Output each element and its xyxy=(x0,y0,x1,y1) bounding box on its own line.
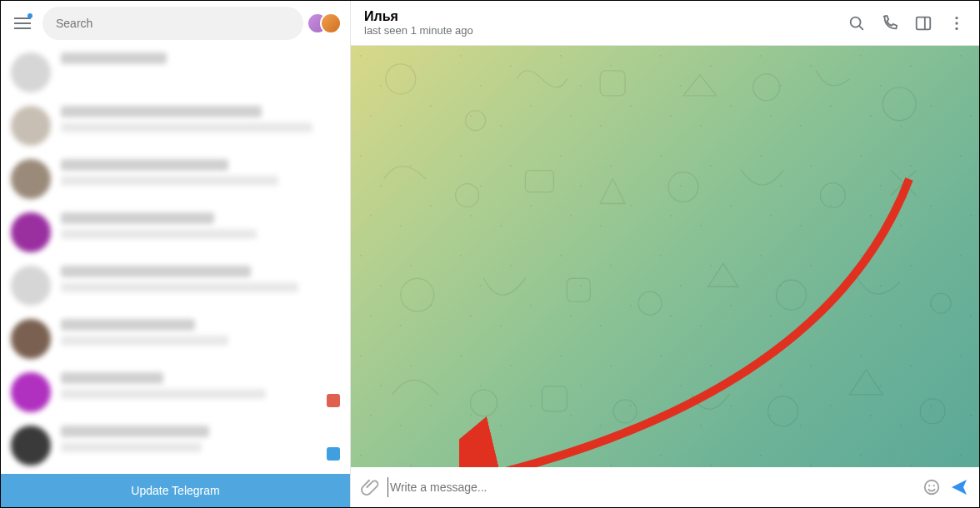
update-telegram-button[interactable]: Update Telegram xyxy=(1,474,350,507)
chat-list-item[interactable] xyxy=(1,46,350,99)
chat-info xyxy=(61,159,340,186)
chat-title xyxy=(61,372,163,384)
menu-notification-dot xyxy=(28,13,32,18)
chat-preview xyxy=(61,122,312,132)
svg-point-8 xyxy=(753,74,780,101)
chat-list-item[interactable] xyxy=(1,366,350,419)
svg-point-16 xyxy=(638,291,662,315)
svg-point-6 xyxy=(466,111,486,131)
svg-point-21 xyxy=(613,400,637,423)
chat-avatar xyxy=(11,52,51,92)
sidebar-toggle-icon[interactable] xyxy=(914,14,932,32)
svg-point-14 xyxy=(401,278,434,311)
svg-point-19 xyxy=(471,390,498,416)
chat-list-item[interactable] xyxy=(1,419,350,472)
chat-info xyxy=(61,106,340,132)
chat-list-item[interactable] xyxy=(1,259,350,312)
chat-status: last seen 1 minute ago xyxy=(364,24,848,37)
chat-preview xyxy=(61,282,298,292)
svg-point-3 xyxy=(955,22,958,24)
chat-avatar xyxy=(11,106,51,146)
chat-info xyxy=(61,52,340,79)
chat-list[interactable] xyxy=(1,46,350,474)
compose-bar xyxy=(351,467,979,507)
svg-point-9 xyxy=(882,87,916,121)
chat-title xyxy=(61,159,228,171)
sidebar-header xyxy=(1,1,350,46)
svg-point-13 xyxy=(820,183,845,208)
sidebar: Update Telegram xyxy=(1,1,351,507)
svg-point-17 xyxy=(777,280,807,310)
search-icon[interactable] xyxy=(848,14,866,32)
chat-avatar xyxy=(11,426,51,466)
chat-list-item[interactable] xyxy=(1,99,350,152)
svg-point-27 xyxy=(933,485,935,486)
svg-rect-1 xyxy=(917,17,931,29)
chat-preview xyxy=(61,229,257,239)
chat-name: Илья xyxy=(364,9,848,24)
chat-title xyxy=(61,52,167,64)
chat-info xyxy=(61,212,340,239)
svg-point-2 xyxy=(955,16,958,18)
svg-point-23 xyxy=(920,399,945,424)
svg-rect-15 xyxy=(567,278,590,301)
message-input[interactable] xyxy=(388,477,914,497)
chat-avatar xyxy=(11,372,51,412)
chat-title xyxy=(61,266,251,277)
chat-list-item[interactable] xyxy=(1,312,350,366)
chat-body[interactable] xyxy=(351,46,979,467)
story-avatars[interactable] xyxy=(315,12,342,34)
background-doodles xyxy=(351,46,979,466)
chat-avatar xyxy=(11,159,51,199)
chat-preview xyxy=(61,336,228,346)
svg-rect-7 xyxy=(600,71,625,96)
svg-rect-11 xyxy=(525,171,553,192)
chat-info xyxy=(61,319,340,346)
chat-title xyxy=(61,106,262,117)
svg-point-22 xyxy=(768,396,798,426)
chat-title xyxy=(61,212,214,224)
svg-rect-20 xyxy=(542,386,567,411)
chat-preview xyxy=(61,176,278,186)
chat-title xyxy=(61,426,209,437)
chat-title xyxy=(61,319,195,331)
send-icon[interactable] xyxy=(949,477,969,497)
svg-point-10 xyxy=(456,184,479,207)
more-icon[interactable] xyxy=(948,14,966,32)
chat-list-item[interactable] xyxy=(1,152,350,206)
svg-point-26 xyxy=(928,485,930,486)
attach-icon[interactable] xyxy=(361,478,379,496)
emoji-icon[interactable] xyxy=(922,478,941,496)
svg-point-18 xyxy=(931,293,951,313)
chat-badge xyxy=(327,394,340,407)
chat-avatar xyxy=(11,212,51,252)
svg-point-25 xyxy=(925,481,939,495)
chat-avatar xyxy=(11,266,51,306)
chat-info xyxy=(61,372,317,399)
chat-list-item[interactable] xyxy=(1,206,350,259)
menu-button[interactable] xyxy=(9,10,36,37)
svg-point-4 xyxy=(955,27,958,29)
chat-avatar xyxy=(11,319,51,359)
header-actions xyxy=(848,14,966,32)
chat-preview xyxy=(61,442,202,452)
call-icon[interactable] xyxy=(881,14,899,32)
svg-point-5 xyxy=(386,64,416,94)
search-input[interactable] xyxy=(42,7,303,40)
chat-badge xyxy=(327,447,340,461)
menu-icon xyxy=(14,17,31,29)
chat-header[interactable]: Илья last seen 1 minute ago xyxy=(351,1,979,46)
main-panel: Илья last seen 1 minute ago xyxy=(351,1,979,507)
chat-preview xyxy=(61,389,266,399)
story-avatar[interactable] xyxy=(320,12,342,34)
svg-point-12 xyxy=(668,172,698,202)
chat-info xyxy=(61,266,340,292)
chat-header-info[interactable]: Илья last seen 1 minute ago xyxy=(364,9,848,37)
chat-info xyxy=(61,426,317,452)
